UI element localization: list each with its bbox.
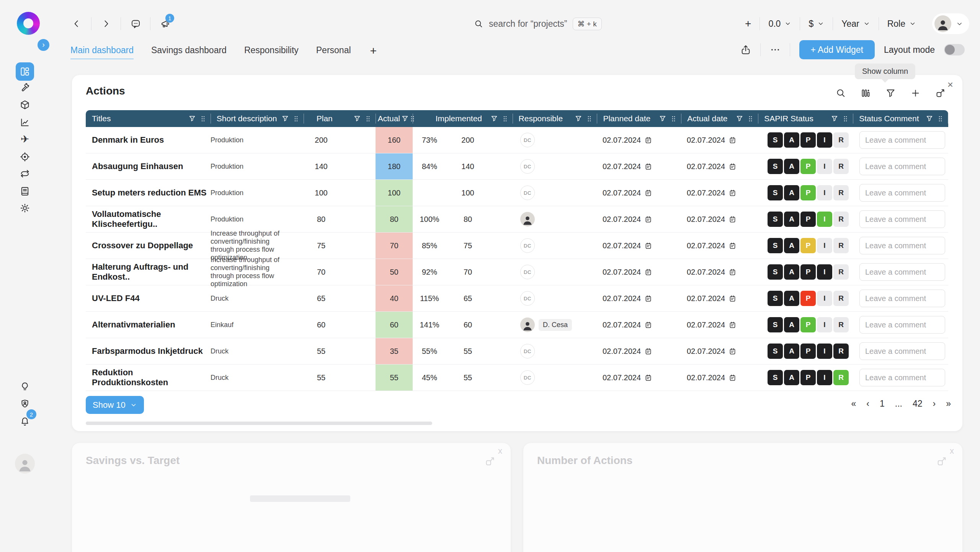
sapir-block-p[interactable]: P [800,132,816,148]
sapir-block-s[interactable]: S [768,185,783,200]
drag-handle-icon[interactable] [748,116,753,122]
period-dropdown[interactable]: Year [833,19,878,29]
comment-input[interactable] [859,131,945,149]
calendar-icon[interactable] [728,163,737,171]
sapir-block-s[interactable]: S [768,370,783,385]
calendar-icon[interactable] [728,347,737,355]
drag-handle-icon[interactable] [201,116,205,122]
prev-page-button[interactable]: ‹ [866,399,869,409]
calendar-icon[interactable] [644,321,652,329]
sapir-block-i[interactable]: I [817,370,832,385]
close-icon[interactable]: x [498,446,502,456]
sapir-block-p[interactable]: P [800,344,816,359]
sapir-block-r[interactable]: R [833,317,849,332]
sapir-block-i[interactable]: I [817,212,832,227]
more-options-icon[interactable] [770,44,781,55]
calendar-icon[interactable] [644,215,652,223]
filter-icon[interactable] [926,115,933,122]
comment-input[interactable] [859,237,945,254]
comment-input[interactable] [859,210,945,228]
calendar-icon[interactable] [644,374,652,382]
sapir-block-p[interactable]: P [800,159,816,174]
filter-icon[interactable] [831,115,838,122]
sapir-block-a[interactable]: A [784,238,799,253]
add-widget-button[interactable]: + Add Widget [799,40,875,59]
filter-icon[interactable] [189,115,196,122]
comment-input[interactable] [859,290,945,307]
share-icon[interactable] [740,44,751,55]
sapir-block-i[interactable]: I [817,317,832,332]
role-dropdown[interactable]: Role [879,19,924,29]
sidebar-item-dashboard[interactable] [16,62,34,81]
comment-input[interactable] [859,184,945,202]
sapir-block-r[interactable]: R [833,159,849,174]
sapir-block-a[interactable]: A [784,132,799,148]
calendar-icon[interactable] [644,189,652,197]
comment-input[interactable] [859,316,945,334]
user-avatar[interactable] [15,454,35,474]
sidebar-item-travel[interactable]: ✈ [20,134,30,145]
drag-handle-icon[interactable] [843,116,848,122]
columns-icon[interactable] [861,88,871,98]
sapir-block-i[interactable]: I [817,132,832,148]
drag-handle-icon[interactable] [671,116,676,122]
sidebar-expand-button[interactable]: › [38,39,49,51]
expand-icon[interactable] [936,456,947,467]
sapir-block-p[interactable]: P [800,212,816,227]
layout-mode-toggle[interactable] [944,44,965,55]
sapir-block-a[interactable]: A [784,370,799,385]
announcements-icon[interactable]: 1 [160,18,170,29]
sapir-block-a[interactable]: A [784,185,799,200]
comment-input[interactable] [859,342,945,360]
add-button[interactable]: + [737,18,760,30]
sapir-block-s[interactable]: S [768,212,783,227]
calendar-icon[interactable] [644,347,652,355]
calendar-icon[interactable] [728,374,737,382]
tab-main-dashboard[interactable]: Main dashboard [70,45,134,59]
calendar-icon[interactable] [728,189,737,197]
tab-responsibility[interactable]: Responsibility [244,45,299,59]
expand-icon[interactable] [935,88,946,98]
comment-input[interactable] [859,369,945,386]
tab-savings-dashboard[interactable]: Savings dashboard [151,45,227,59]
sapir-block-p[interactable]: P [800,370,816,385]
calendar-icon[interactable] [728,295,737,303]
sapir-block-p[interactable]: P [800,317,816,332]
sapir-block-p[interactable]: P [800,185,816,200]
filter-icon[interactable] [736,115,743,122]
privacy-shield-icon[interactable] [20,399,30,409]
filter-icon[interactable] [402,115,408,122]
sapir-block-s[interactable]: S [768,264,783,280]
tab-personal[interactable]: Personal [316,45,351,59]
sapir-block-s[interactable]: S [768,159,783,174]
drag-handle-icon[interactable] [503,116,507,122]
expand-icon[interactable] [485,456,495,467]
sapir-block-s[interactable]: S [768,291,783,306]
filter-icon[interactable] [659,115,666,122]
comment-input[interactable] [859,158,945,175]
calendar-icon[interactable] [728,242,737,250]
sapir-block-r[interactable]: R [833,185,849,200]
add-icon[interactable] [910,88,921,98]
help-lightbulb-icon[interactable] [20,381,30,392]
page-number[interactable]: 1 [880,399,885,409]
add-tab-button[interactable]: + [370,44,377,60]
sapir-block-r[interactable]: R [833,132,849,148]
sapir-block-r[interactable]: R [833,370,849,385]
comment-input[interactable] [859,263,945,281]
sapir-block-p[interactable]: P [800,264,816,280]
show-rows-button[interactable]: Show 10 [86,396,144,414]
filter-icon[interactable] [282,115,289,122]
sidebar-item-reports[interactable] [20,117,30,128]
horizontal-scrollbar[interactable] [86,422,432,425]
calendar-icon[interactable] [644,136,652,144]
scale-dropdown[interactable]: 0.0 [760,19,800,29]
forward-button[interactable] [101,18,111,29]
filter-icon[interactable] [491,115,498,122]
sapir-block-i[interactable]: I [817,159,832,174]
chat-icon[interactable] [130,18,141,29]
calendar-icon[interactable] [644,268,652,276]
calendar-icon[interactable] [728,321,737,329]
sapir-block-r[interactable]: R [833,212,849,227]
sapir-block-i[interactable]: I [817,264,832,280]
